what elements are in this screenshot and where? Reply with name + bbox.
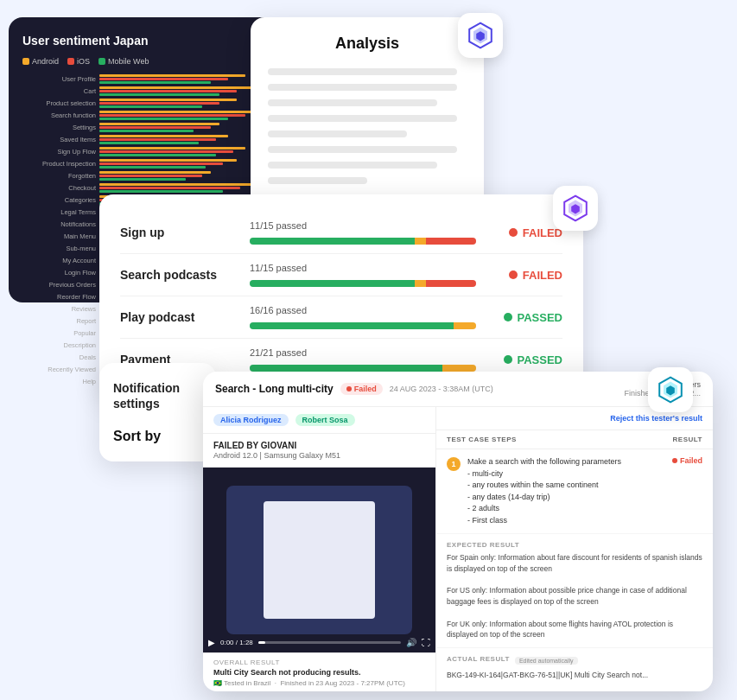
expected-section: EXPECTED RESULT For Spain only: Informat… bbox=[436, 534, 713, 648]
tc-steps-header: TEST CASE STEPS bbox=[447, 436, 517, 443]
reject-button[interactable]: Reject this tester's result bbox=[610, 414, 702, 423]
chart-row: Saved Items bbox=[22, 135, 271, 144]
progress-bar-fill bbox=[250, 322, 476, 329]
chart-bar bbox=[99, 99, 237, 101]
progress-bar bbox=[250, 322, 476, 329]
status-dot-icon bbox=[509, 228, 518, 237]
chart-row: Sign Up Flow bbox=[22, 147, 271, 156]
chart-bar bbox=[99, 111, 263, 113]
fill-red bbox=[426, 280, 476, 287]
fill-green bbox=[250, 322, 454, 329]
chart-bar bbox=[99, 114, 245, 117]
notification-settings-title: Notification settings bbox=[113, 380, 202, 411]
chart-row-label: Search function bbox=[22, 111, 96, 119]
chart-bar bbox=[99, 102, 219, 105]
video-progress-bar[interactable] bbox=[258, 641, 401, 644]
test-passed-label: 21/21 passed bbox=[250, 347, 476, 358]
ios-legend-dot bbox=[67, 58, 74, 65]
detail-body: Alicia Rodriguez Robert Sosa FAILED BY G… bbox=[203, 407, 713, 691]
chart-bar bbox=[99, 175, 202, 177]
chart-bar bbox=[99, 126, 211, 129]
volume-icon[interactable]: 🔊 bbox=[406, 638, 416, 647]
chart-bar bbox=[99, 130, 194, 132]
analysis-line-8 bbox=[268, 177, 367, 184]
detail-status-text: Failed bbox=[354, 385, 377, 393]
chart-row-label: Popular bbox=[22, 329, 96, 337]
brazil-flag-icon: 🇧🇷 bbox=[213, 679, 222, 687]
chart-row: Cart bbox=[22, 86, 271, 96]
chart-bar bbox=[99, 135, 228, 137]
overall-label: OVERALL RESULT bbox=[213, 659, 425, 666]
test-row: Play podcast16/16 passedPASSED bbox=[120, 296, 562, 339]
progress-bar-fill bbox=[250, 238, 476, 245]
status-label: PASSED bbox=[518, 311, 563, 324]
chart-bar bbox=[99, 86, 254, 89]
chart-bar bbox=[99, 142, 199, 144]
chart-row-bars bbox=[99, 183, 271, 193]
web-legend-dot bbox=[98, 58, 105, 65]
hex-icon-2 bbox=[553, 186, 598, 231]
chart-bar bbox=[99, 78, 228, 80]
test-info: 11/15 passed bbox=[250, 220, 476, 245]
analysis-line-6 bbox=[268, 146, 457, 153]
chart-row-label: My Account bbox=[22, 257, 96, 264]
hex-icon-1 bbox=[458, 13, 503, 58]
test-info: 11/15 passed bbox=[250, 263, 476, 287]
status-label: PASSED bbox=[518, 353, 563, 366]
test-row: Sign up11/15 passedFAILED bbox=[120, 212, 562, 254]
result-failed-dot-icon bbox=[672, 458, 677, 463]
detail-overall: OVERALL RESULT Multi City Search not pro… bbox=[203, 652, 435, 691]
step-description: Make a search with the following paramet… bbox=[467, 456, 644, 526]
chart-bar bbox=[99, 147, 245, 150]
step-number: 1 bbox=[447, 457, 461, 471]
chart-row: Product selection bbox=[22, 99, 271, 108]
status-dot-icon bbox=[504, 313, 512, 321]
finished-text: Finished in 23 Aug 2023 - 7:27PM (UTC) bbox=[280, 679, 405, 687]
analysis-lines bbox=[268, 68, 467, 184]
fullscreen-icon[interactable]: ⛶ bbox=[422, 638, 430, 647]
analysis-line-4 bbox=[268, 115, 457, 122]
chart-row-label: Recently Viewed bbox=[22, 366, 96, 373]
status-dot-icon bbox=[509, 270, 518, 279]
test-name: Play podcast bbox=[120, 310, 250, 324]
progress-bar bbox=[250, 365, 476, 372]
chart-row: Search function bbox=[22, 111, 271, 120]
analysis-line-2 bbox=[268, 84, 457, 91]
test-status: PASSED bbox=[476, 353, 562, 366]
fill-green bbox=[250, 280, 415, 287]
detail-title-area: Search - Long multi-city Failed 24 AUG 2… bbox=[215, 383, 493, 395]
video-controls: ▶ 0:00 / 1:28 🔊 ⛶ bbox=[208, 638, 430, 647]
video-player[interactable]: ▶ 0:00 / 1:28 🔊 ⛶ bbox=[203, 468, 435, 652]
step-result-text: Failed bbox=[680, 456, 702, 465]
actual-section: ACTUAL RESULT Edited automatically BKG-1… bbox=[436, 648, 713, 688]
chart-row: Forgotten bbox=[22, 171, 271, 181]
device-info: Android 12.0 | Samsung Galaxy M51 bbox=[213, 451, 425, 460]
step-result-failed: Failed bbox=[651, 456, 702, 465]
chart-row: User Profile bbox=[22, 74, 271, 84]
test-passed-label: 16/16 passed bbox=[250, 305, 476, 315]
chart-bar bbox=[99, 81, 211, 84]
detail-failed-by: FAILED BY GIOVANI Android 12.0 | Samsung… bbox=[203, 434, 435, 468]
test-status: FAILED bbox=[476, 269, 562, 282]
progress-bar bbox=[250, 280, 476, 287]
chart-row-bars bbox=[99, 171, 271, 181]
chart-row-label: Product selection bbox=[22, 99, 96, 107]
hex-svg-1 bbox=[467, 22, 494, 49]
status-dot-icon bbox=[504, 355, 512, 364]
android-legend-dot bbox=[22, 58, 29, 65]
sentiment-header: User sentiment Japan 🇯🇵 bbox=[22, 31, 271, 50]
test-name: Search podcasts bbox=[120, 268, 250, 282]
fill-orange bbox=[442, 365, 476, 372]
play-icon[interactable]: ▶ bbox=[208, 638, 215, 647]
analysis-line-7 bbox=[268, 162, 437, 169]
tester-2-badge: Robert Sosa bbox=[295, 414, 355, 426]
chart-row-label: Sign Up Flow bbox=[22, 148, 96, 156]
status-label: FAILED bbox=[523, 269, 562, 282]
chart-bar bbox=[99, 118, 228, 120]
android-label: Android bbox=[32, 57, 59, 66]
failed-by-name: FAILED BY GIOVANI bbox=[213, 441, 425, 450]
chart-bar bbox=[99, 187, 240, 189]
chart-bar bbox=[99, 171, 211, 174]
hex-svg-2 bbox=[562, 194, 589, 222]
analysis-title: Analysis bbox=[268, 35, 467, 53]
